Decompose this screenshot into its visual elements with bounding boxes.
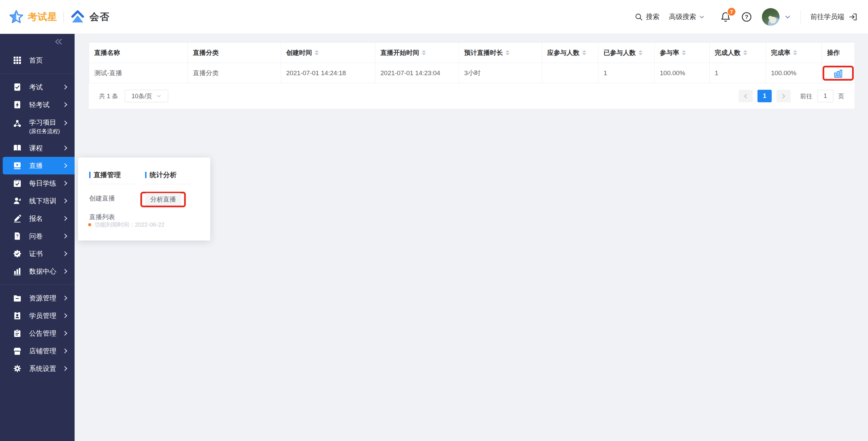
- column-header-sortable[interactable]: 预计直播时长: [459, 43, 542, 63]
- live-statistics-table: 直播名称 直播分类 创建时间 直播开始时间 预计直播时长 应参与人数 已参与人数…: [89, 42, 855, 83]
- section-bar-icon: [89, 172, 91, 178]
- sidebar-item-exam[interactable]: 考试: [0, 78, 75, 96]
- sort-carets-icon[interactable]: [315, 50, 319, 55]
- chevron-right-icon: [62, 296, 67, 300]
- mountain-icon: [70, 10, 85, 24]
- svg-text:?: ?: [745, 14, 748, 20]
- next-page-button[interactable]: [776, 90, 791, 102]
- notification-badge: 7: [727, 7, 736, 16]
- sort-carets-icon[interactable]: [793, 50, 797, 55]
- sidebar-item-announcement-management[interactable]: 公告管理: [0, 324, 75, 342]
- sort-carets-icon[interactable]: [638, 50, 643, 55]
- column-header: 直播名称: [89, 43, 188, 63]
- certificate-icon: [13, 249, 22, 258]
- cell-completed-count: 1: [710, 63, 766, 83]
- view-statistics-button[interactable]: [833, 68, 843, 78]
- sidebar-item-certificate[interactable]: 证书: [0, 245, 75, 262]
- section-divider: [145, 184, 191, 184]
- sidebar-divider: [0, 74, 75, 74]
- user-menu[interactable]: [762, 8, 791, 26]
- gear-icon: [13, 364, 22, 373]
- search-button[interactable]: 搜索: [634, 12, 659, 21]
- column-header: 操作: [822, 43, 855, 63]
- chevron-right-icon: [62, 331, 67, 336]
- grid-icon: [13, 56, 22, 65]
- menu-item-create-live[interactable]: 创建直播: [89, 194, 115, 203]
- chevron-right-icon: [62, 198, 67, 203]
- sidebar-item-signup[interactable]: 报名: [0, 210, 75, 227]
- chevron-right-icon: [62, 216, 67, 221]
- topbar-actions: 搜索 高级搜索 7 ? 前往学员端: [634, 8, 858, 26]
- collapse-sidebar-icon[interactable]: [54, 38, 63, 45]
- section-bar-icon: [145, 172, 146, 178]
- bullet-dot-icon: [88, 223, 91, 226]
- cell-actions: [822, 63, 855, 83]
- column-header-sortable[interactable]: 参与率: [655, 43, 710, 63]
- annotation-highlight-stats-action: [823, 66, 854, 81]
- prev-page-button[interactable]: [738, 90, 753, 102]
- sidebar-item-live[interactable]: 直播: [3, 157, 75, 174]
- sidebar-item-course[interactable]: 课程: [0, 139, 75, 157]
- page-size-select[interactable]: 10条/页: [125, 90, 168, 102]
- star-icon: [9, 9, 24, 24]
- sidebar-item-learning-project[interactable]: 学习项目 (原任务流程): [0, 113, 75, 139]
- chevron-right-icon: [62, 121, 67, 125]
- sort-carets-icon[interactable]: [506, 50, 510, 55]
- sort-carets-icon[interactable]: [743, 50, 747, 55]
- topbar-divider: [801, 10, 801, 23]
- sidebar-item-home[interactable]: 首页: [0, 51, 75, 69]
- column-header-sortable[interactable]: 完成率: [766, 43, 822, 63]
- chevron-right-icon: [62, 313, 67, 318]
- sidebar-item-data-center[interactable]: 数据中心: [0, 262, 75, 280]
- chevron-down-icon: [156, 93, 161, 99]
- sidebar-item-system-settings[interactable]: 系统设置: [0, 360, 75, 377]
- column-header-sortable[interactable]: 应参与人数: [542, 43, 598, 63]
- column-header-sortable[interactable]: 完成人数: [710, 43, 766, 63]
- live-analytics-card: 直播名称 直播分类 创建时间 直播开始时间 预计直播时长 应参与人数 已参与人数…: [89, 42, 854, 109]
- sidebar-item-resource-management[interactable]: 资源管理: [0, 289, 75, 307]
- table-header-row: 直播名称 直播分类 创建时间 直播开始时间 预计直播时长 应参与人数 已参与人数…: [89, 43, 855, 63]
- sidebar-item-shop-management[interactable]: 店铺管理: [0, 342, 75, 360]
- avatar[interactable]: [762, 8, 780, 26]
- chevron-right-icon: [62, 181, 67, 186]
- live-icon: [13, 161, 22, 170]
- feature-expiry-note: 功能到期时间：2022-06-22: [88, 221, 164, 229]
- live-submenu-flyout: 直播管理 创建直播 直播列表 统计分析 分析直播 功能到期时间：2022-06-…: [78, 158, 210, 240]
- exit-icon: [848, 12, 858, 22]
- pen-icon: [13, 214, 22, 223]
- sidebar-item-light-exam[interactable]: 轻考试: [0, 96, 75, 113]
- table-row: 测试-直播 直播分类 2021-07-01 14:24:18 2021-07-0…: [89, 63, 855, 83]
- advanced-search-button[interactable]: 高级搜索: [669, 12, 705, 21]
- question-doc-icon: ?: [13, 232, 22, 240]
- cell-duration: 3小时: [459, 63, 542, 83]
- student-portal-link[interactable]: 前往学员端: [810, 12, 858, 22]
- sidebar-divider: [0, 285, 75, 285]
- help-button[interactable]: ?: [741, 11, 752, 23]
- sidebar-item-student-management[interactable]: 学员管理: [0, 307, 75, 324]
- chevron-right-icon: [62, 234, 67, 238]
- goto-page-input[interactable]: [817, 90, 833, 102]
- total-count-label: 共 1 条: [99, 92, 118, 100]
- brand-name: 考试星: [28, 10, 57, 23]
- sort-carets-icon[interactable]: [422, 50, 426, 55]
- sidebar-item-survey[interactable]: ? 问卷: [0, 227, 75, 245]
- page-number-1[interactable]: 1: [757, 90, 772, 102]
- column-header-sortable[interactable]: 已参与人数: [598, 43, 655, 63]
- menu-item-live-list[interactable]: 直播列表: [89, 213, 115, 222]
- sort-carets-icon[interactable]: [582, 50, 586, 55]
- cell-live-name: 测试-直播: [89, 63, 188, 83]
- notifications-button[interactable]: 7: [720, 11, 731, 23]
- section-divider: [89, 184, 135, 184]
- sidebar-item-sublabel: (原任务流程): [29, 128, 63, 135]
- sort-carets-icon[interactable]: [682, 50, 686, 55]
- sidebar-item-daily-practice[interactable]: 每日学练: [0, 174, 75, 192]
- cell-actual-participants: 1: [598, 63, 655, 83]
- pagination-bar: 共 1 条 10条/页 1 前往 页: [89, 83, 854, 109]
- sidebar-item-offline-training[interactable]: 线下培训: [0, 192, 75, 210]
- column-header-sortable[interactable]: 创建时间: [281, 43, 375, 63]
- goto-page-label: 前往: [800, 92, 812, 100]
- chevron-right-icon: [62, 85, 67, 89]
- menu-item-analyze-live[interactable]: 分析直播: [145, 193, 181, 206]
- submenu-section-title: 直播管理: [89, 170, 140, 180]
- column-header-sortable[interactable]: 直播开始时间: [375, 43, 459, 63]
